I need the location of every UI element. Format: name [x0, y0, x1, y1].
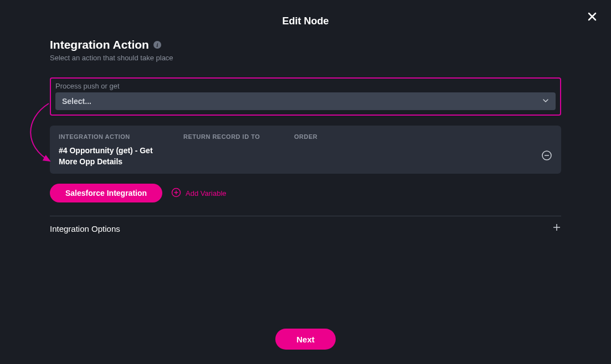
divider	[50, 216, 561, 216]
highlighted-field: Process push or get Select...	[50, 77, 561, 116]
remove-icon[interactable]	[541, 150, 552, 163]
col-header-action: INTEGRATION ACTION	[59, 133, 183, 140]
close-icon[interactable]	[587, 11, 598, 24]
salesforce-integration-button[interactable]: Salesforce Integration	[50, 184, 162, 202]
row-action-text: #4 Opportunity (get) - Get More Opp Deta…	[59, 145, 183, 167]
add-variable-label: Add Variable	[186, 189, 226, 197]
col-header-return: RETURN RECORD ID TO	[183, 133, 294, 140]
modal-content: Integration Action i Select an action th…	[0, 38, 611, 234]
options-label: Integration Options	[50, 224, 120, 233]
edit-node-modal: Edit Node Integration Action i Select an…	[0, 0, 611, 364]
plus-icon	[552, 223, 561, 234]
process-select[interactable]: Select...	[55, 92, 556, 110]
section-subheading: Select an action that should take place	[50, 54, 561, 62]
select-value: Select...	[62, 97, 91, 106]
integration-table: INTEGRATION ACTION RETURN RECORD ID TO O…	[50, 126, 561, 174]
info-icon[interactable]: i	[153, 41, 161, 49]
table-header: INTEGRATION ACTION RETURN RECORD ID TO O…	[59, 133, 552, 140]
modal-header: Edit Node	[0, 0, 611, 38]
section-heading-text: Integration Action	[50, 38, 149, 51]
field-label: Process push or get	[55, 82, 556, 90]
modal-footer: Next	[0, 329, 611, 350]
table-row: #4 Opportunity (get) - Get More Opp Deta…	[59, 145, 552, 167]
modal-title: Edit Node	[0, 15, 611, 27]
integration-options-toggle[interactable]: Integration Options	[50, 223, 561, 234]
action-buttons: Salesforce Integration Add Variable	[50, 184, 561, 202]
chevron-down-icon	[542, 96, 549, 106]
col-header-order: ORDER	[294, 133, 552, 140]
add-variable-button[interactable]: Add Variable	[171, 188, 226, 199]
plus-circle-icon	[171, 188, 181, 199]
section-heading: Integration Action i	[50, 38, 561, 51]
next-button[interactable]: Next	[275, 329, 336, 350]
